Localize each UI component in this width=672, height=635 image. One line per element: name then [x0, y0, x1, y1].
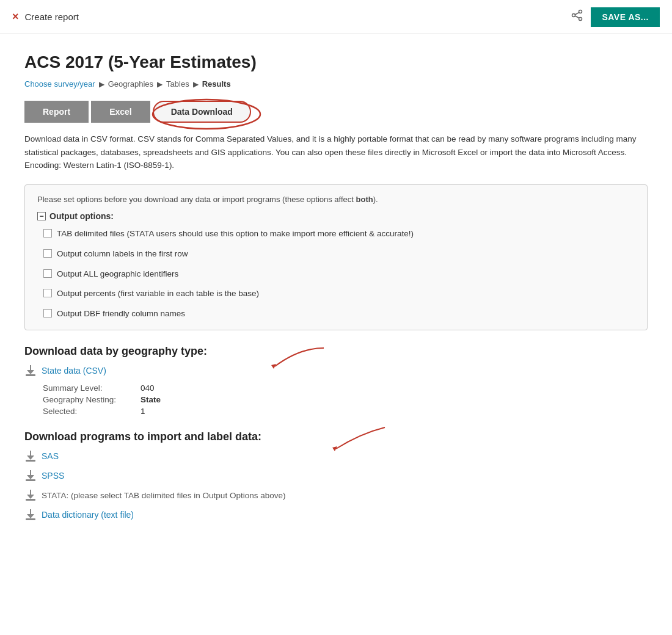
tab-excel[interactable]: Excel — [91, 101, 150, 123]
svg-marker-22 — [27, 514, 34, 518]
checkbox-tab-delimited[interactable] — [43, 229, 52, 238]
program-item-stata: STATA: (please select TAB delimited file… — [24, 488, 648, 502]
option-label-3: Output percents (first variable in each … — [57, 288, 259, 300]
svg-marker-9 — [27, 370, 34, 374]
download-icon-data-dict — [24, 508, 37, 521]
sas-link[interactable]: SAS — [42, 451, 59, 461]
state-data-link-label: State data (CSV) — [42, 366, 106, 376]
option-item-4: Output DBF friendly column names — [43, 308, 635, 320]
option-label-2: Output ALL geographic identifiers — [57, 269, 178, 280]
program-item-sas: SAS — [24, 449, 648, 463]
options-box: Please set options before you download a… — [24, 184, 648, 330]
breadcrumb-geographies: Geographies — [108, 79, 153, 89]
info-row-summary-level: Summary Level: 040 — [43, 383, 648, 393]
svg-marker-19 — [27, 495, 34, 499]
svg-point-0 — [579, 10, 582, 13]
checkbox-dbf-column-names[interactable] — [43, 309, 52, 318]
info-row-selected: Selected: 1 — [43, 407, 648, 416]
geography-section: Download data by geography type: State d… — [24, 345, 648, 416]
description-text: Download data in CSV format. CSV stands … — [24, 132, 648, 172]
breadcrumb-tables: Tables — [166, 79, 189, 89]
geography-section-title: Download data by geography type: — [24, 345, 207, 358]
spss-link[interactable]: SPSS — [42, 471, 64, 481]
output-options-header[interactable]: − Output options: — [37, 211, 635, 221]
collapse-icon[interactable]: − — [37, 212, 46, 220]
svg-rect-14 — [26, 479, 35, 481]
option-item-1: Output column labels in the first row — [43, 249, 635, 260]
sas-label: SAS — [42, 451, 59, 461]
save-as-button[interactable]: SAVE AS... — [591, 7, 660, 27]
share-icon[interactable] — [571, 9, 583, 24]
tab-data-download-container: Data Download — [153, 101, 254, 123]
program-item-data-dictionary: Data dictionary (text file) — [24, 508, 648, 521]
main-content: ACS 2017 (5-Year Estimates) Choose surve… — [0, 34, 672, 546]
page-title: ACS 2017 (5-Year Estimates) — [24, 53, 648, 72]
tab-bar: Report Excel Data Download — [24, 101, 648, 123]
svg-line-3 — [575, 13, 579, 15]
breadcrumb-arrow-3: ▶ — [193, 80, 199, 89]
geography-nesting-label: Geography Nesting: — [43, 395, 141, 404]
download-icon-sas — [24, 449, 37, 463]
close-icon[interactable]: × — [12, 10, 19, 23]
options-note-bold: both — [356, 195, 373, 204]
programs-section: Download programs to import and label da… — [24, 430, 648, 521]
option-label-0: TAB delimited files (STATA users should … — [57, 228, 414, 240]
download-icon-spss — [24, 469, 37, 482]
option-item-0: TAB delimited files (STATA users should … — [43, 228, 635, 240]
data-dictionary-link[interactable]: Data dictionary (text file) — [42, 510, 134, 520]
svg-rect-7 — [26, 374, 35, 376]
svg-marker-16 — [27, 475, 34, 479]
data-dictionary-label: Data dictionary (text file) — [42, 510, 134, 520]
header: × Create report SAVE AS... — [0, 0, 672, 34]
header-right: SAVE AS... — [571, 7, 660, 27]
svg-point-2 — [572, 14, 575, 17]
download-icon-state — [24, 364, 37, 377]
spss-label: SPSS — [42, 471, 64, 481]
download-icon-stata — [24, 488, 37, 502]
info-row-geography-nesting: Geography Nesting: State — [43, 395, 648, 404]
svg-marker-13 — [27, 455, 34, 460]
header-title: Create report — [25, 12, 79, 22]
output-options-label: Output options: — [49, 211, 114, 221]
programs-title-row: Download programs to import and label da… — [24, 430, 648, 449]
breadcrumb-arrow-2: ▶ — [157, 80, 163, 89]
program-item-spss: SPSS — [24, 469, 648, 482]
checkbox-percents[interactable] — [43, 289, 52, 297]
checkbox-geo-identifiers[interactable] — [43, 269, 52, 278]
selected-value: 1 — [141, 407, 145, 416]
programs-section-title: Download programs to import and label da… — [24, 430, 261, 443]
checkbox-column-labels[interactable] — [43, 249, 52, 258]
tab-report[interactable]: Report — [24, 101, 89, 123]
option-item-2: Output ALL geographic identifiers — [43, 269, 635, 280]
option-label-1: Output column labels in the first row — [57, 249, 188, 260]
tab-data-download[interactable]: Data Download — [153, 101, 251, 123]
header-left: × Create report — [12, 10, 79, 23]
summary-level-label: Summary Level: — [43, 383, 141, 393]
geography-title-row: Download data by geography type: — [24, 345, 648, 364]
breadcrumb-results: Results — [202, 79, 231, 89]
svg-rect-20 — [26, 518, 35, 520]
breadcrumb: Choose survey/year ▶ Geographies ▶ Table… — [24, 79, 648, 89]
svg-rect-11 — [26, 460, 35, 462]
state-data-csv-link[interactable]: State data (CSV) — [24, 364, 648, 377]
option-item-3: Output percents (first variable in each … — [43, 288, 635, 300]
breadcrumb-arrow-1: ▶ — [99, 80, 104, 89]
option-label-4: Output DBF friendly column names — [57, 308, 185, 320]
svg-rect-17 — [26, 499, 35, 501]
breadcrumb-link-survey[interactable]: Choose survey/year — [24, 79, 95, 89]
svg-line-4 — [575, 16, 579, 18]
geography-info-table: Summary Level: 040 Geography Nesting: St… — [43, 383, 648, 416]
selected-label: Selected: — [43, 407, 141, 416]
geography-nesting-value: State — [141, 395, 161, 404]
svg-point-1 — [579, 18, 582, 21]
stata-label: STATA: (please select TAB delimited file… — [42, 491, 285, 500]
options-note: Please set options before you download a… — [37, 195, 635, 204]
summary-level-value: 040 — [141, 383, 155, 393]
